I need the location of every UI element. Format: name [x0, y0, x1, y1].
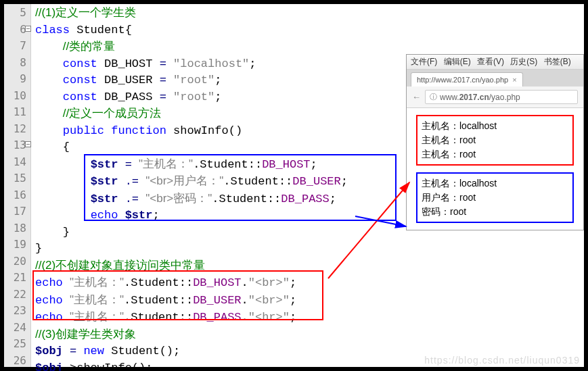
line-number: 12 — [4, 121, 30, 138]
line-number: 16 — [4, 187, 30, 204]
line-number: 5 — [4, 5, 30, 22]
tab-title: http://www.2017.cn/yao.php — [417, 76, 508, 84]
output-block-1: 主机名：localhost 主机名：root 主机名：root — [416, 115, 574, 166]
line-number: 9 — [4, 71, 30, 88]
line-number: 11 — [4, 104, 30, 121]
address-bar: ← ⓘ www.2017.cn/yao.php — [407, 86, 583, 108]
output-line: 主机名：localhost — [422, 119, 568, 133]
menu-view[interactable]: 查看(V) — [477, 57, 504, 66]
browser-menu-bar[interactable]: 文件(F) 编辑(E) 查看(V) 历史(S) 书签(B) — [407, 55, 583, 70]
watermark: https://blog.csdn.net/liuqun0319 — [424, 355, 580, 366]
line-number: 13 — [4, 137, 30, 154]
line-number-gutter: 567891011121314151617181920212223242526 — [4, 4, 31, 367]
back-icon[interactable]: ← — [412, 92, 421, 102]
line-number: 24 — [4, 320, 30, 337]
line-number: 6 — [4, 22, 30, 39]
comment: //(1)定义一个学生类 — [35, 6, 136, 19]
line-number: 15 — [4, 170, 30, 187]
output-block-2: 主机名：localhost 用户名：root 密码：root — [416, 172, 574, 223]
fold-icon[interactable] — [25, 141, 31, 147]
line-number: 17 — [4, 203, 30, 220]
url-input[interactable]: ⓘ www.2017.cn/yao.php — [425, 90, 578, 104]
line-number: 14 — [4, 154, 30, 171]
fold-icon[interactable] — [25, 26, 31, 32]
line-number: 25 — [4, 336, 30, 353]
output-line: 主机名：root — [422, 133, 568, 147]
line-number: 8 — [4, 55, 30, 72]
line-number: 20 — [4, 253, 30, 270]
line-number: 23 — [4, 303, 30, 320]
browser-window: 文件(F) 编辑(E) 查看(V) 历史(S) 书签(B) http://www… — [406, 54, 584, 230]
browser-viewport: 主机名：localhost 主机名：root 主机名：root 主机名：loca… — [407, 108, 583, 230]
line-number: 10 — [4, 88, 30, 105]
menu-edit[interactable]: 编辑(E) — [444, 57, 471, 66]
browser-tab[interactable]: http://www.2017.cn/yao.php × — [411, 72, 523, 86]
menu-history[interactable]: 历史(S) — [510, 57, 537, 66]
line-number: 22 — [4, 287, 30, 303]
line-number: 18 — [4, 220, 30, 237]
line-number: 7 — [4, 38, 30, 55]
line-number: 26 — [4, 353, 30, 370]
line-number: 19 — [4, 237, 30, 253]
info-icon[interactable]: ⓘ — [430, 92, 437, 102]
menu-file[interactable]: 文件(F) — [411, 57, 437, 66]
line-number: 21 — [4, 270, 30, 287]
output-line: 主机名：localhost — [422, 176, 568, 191]
close-icon[interactable]: × — [512, 76, 516, 84]
menu-bookmark[interactable]: 书签(B) — [544, 57, 571, 66]
output-line: 用户名：root — [422, 191, 568, 205]
output-line: 密码：root — [422, 205, 568, 219]
output-line: 主机名：root — [422, 147, 568, 162]
tab-strip: http://www.2017.cn/yao.php × — [407, 70, 583, 86]
